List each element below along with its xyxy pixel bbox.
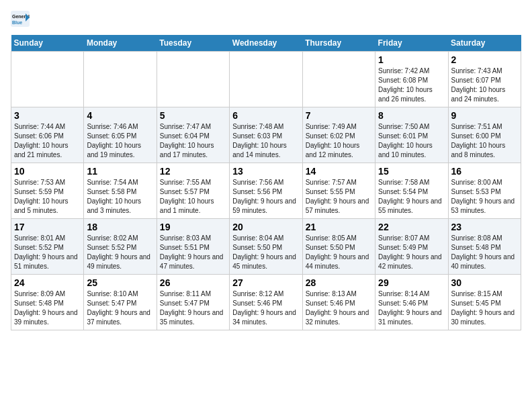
column-header-saturday: Saturday xyxy=(448,35,521,52)
day-number: 12 xyxy=(160,166,226,177)
calendar-cell: 22Sunrise: 8:07 AM Sunset: 5:49 PM Dayli… xyxy=(375,219,448,275)
day-info: Sunrise: 7:44 AM Sunset: 6:06 PM Dayligh… xyxy=(14,122,81,160)
day-info: Sunrise: 8:07 AM Sunset: 5:49 PM Dayligh… xyxy=(378,234,445,271)
day-info: Sunrise: 8:13 AM Sunset: 5:46 PM Dayligh… xyxy=(306,289,372,327)
day-info: Sunrise: 7:56 AM Sunset: 5:56 PM Dayligh… xyxy=(232,178,299,216)
calendar-cell: 30Sunrise: 8:15 AM Sunset: 5:45 PM Dayli… xyxy=(448,275,521,330)
day-number: 14 xyxy=(306,166,372,177)
day-number: 20 xyxy=(232,222,299,232)
day-number: 28 xyxy=(306,277,372,288)
day-number: 29 xyxy=(378,277,445,288)
day-info: Sunrise: 7:47 AM Sunset: 6:04 PM Dayligh… xyxy=(160,122,226,160)
calendar-week-3: 10Sunrise: 7:53 AM Sunset: 5:59 PM Dayli… xyxy=(11,163,521,219)
logo-icon: General Blue xyxy=(11,11,30,27)
svg-text:Blue: Blue xyxy=(12,20,22,25)
day-info: Sunrise: 7:46 AM Sunset: 6:05 PM Dayligh… xyxy=(87,122,153,160)
day-info: Sunrise: 8:00 AM Sunset: 5:53 PM Dayligh… xyxy=(451,178,518,216)
day-number: 21 xyxy=(306,222,372,232)
day-info: Sunrise: 8:08 AM Sunset: 5:48 PM Dayligh… xyxy=(451,234,518,271)
day-info: Sunrise: 8:12 AM Sunset: 5:46 PM Dayligh… xyxy=(232,289,299,327)
calendar-cell: 24Sunrise: 8:09 AM Sunset: 5:48 PM Dayli… xyxy=(11,275,84,330)
calendar-cell: 19Sunrise: 8:03 AM Sunset: 5:51 PM Dayli… xyxy=(157,219,229,275)
day-info: Sunrise: 7:50 AM Sunset: 6:01 PM Dayligh… xyxy=(378,122,445,160)
calendar-cell: 9Sunrise: 7:51 AM Sunset: 6:00 PM Daylig… xyxy=(448,107,521,163)
day-info: Sunrise: 8:01 AM Sunset: 5:52 PM Dayligh… xyxy=(14,234,81,271)
day-number: 27 xyxy=(232,277,299,288)
day-info: Sunrise: 7:55 AM Sunset: 5:57 PM Dayligh… xyxy=(160,178,226,216)
calendar-cell: 17Sunrise: 8:01 AM Sunset: 5:52 PM Dayli… xyxy=(11,219,84,275)
column-header-tuesday: Tuesday xyxy=(157,35,229,52)
day-number: 18 xyxy=(87,222,153,232)
calendar-cell: 29Sunrise: 8:14 AM Sunset: 5:46 PM Dayli… xyxy=(375,275,448,330)
day-info: Sunrise: 8:03 AM Sunset: 5:51 PM Dayligh… xyxy=(160,234,226,271)
calendar-cell: 14Sunrise: 7:57 AM Sunset: 5:55 PM Dayli… xyxy=(302,163,375,219)
day-info: Sunrise: 8:11 AM Sunset: 5:47 PM Dayligh… xyxy=(160,289,226,327)
day-number: 3 xyxy=(14,110,81,121)
day-number: 24 xyxy=(14,277,81,288)
day-number: 22 xyxy=(378,222,445,232)
calendar-cell: 3Sunrise: 7:44 AM Sunset: 6:06 PM Daylig… xyxy=(11,107,84,163)
day-number: 17 xyxy=(14,222,81,232)
column-header-thursday: Thursday xyxy=(302,35,375,52)
day-number: 11 xyxy=(87,166,153,177)
column-header-friday: Friday xyxy=(375,35,448,52)
calendar-cell: 23Sunrise: 8:08 AM Sunset: 5:48 PM Dayli… xyxy=(448,219,521,275)
calendar-week-1: 1Sunrise: 7:42 AM Sunset: 6:08 PM Daylig… xyxy=(11,52,521,107)
calendar-cell: 13Sunrise: 7:56 AM Sunset: 5:56 PM Dayli… xyxy=(230,163,302,219)
day-number: 26 xyxy=(160,277,226,288)
calendar-table: SundayMondayTuesdayWednesdayThursdayFrid… xyxy=(11,35,521,330)
day-info: Sunrise: 8:10 AM Sunset: 5:47 PM Dayligh… xyxy=(87,289,153,327)
calendar-cell: 20Sunrise: 8:04 AM Sunset: 5:50 PM Dayli… xyxy=(230,219,302,275)
calendar-cell: 10Sunrise: 7:53 AM Sunset: 5:59 PM Dayli… xyxy=(11,163,84,219)
calendar-cell: 16Sunrise: 8:00 AM Sunset: 5:53 PM Dayli… xyxy=(448,163,521,219)
day-info: Sunrise: 8:14 AM Sunset: 5:46 PM Dayligh… xyxy=(378,289,445,327)
day-number: 5 xyxy=(160,110,226,121)
calendar-cell xyxy=(84,52,157,107)
calendar-cell: 4Sunrise: 7:46 AM Sunset: 6:05 PM Daylig… xyxy=(84,107,157,163)
calendar-header: SundayMondayTuesdayWednesdayThursdayFrid… xyxy=(11,35,521,52)
calendar-cell: 18Sunrise: 8:02 AM Sunset: 5:52 PM Dayli… xyxy=(84,219,157,275)
calendar-cell: 1Sunrise: 7:42 AM Sunset: 6:08 PM Daylig… xyxy=(375,52,448,107)
day-info: Sunrise: 7:48 AM Sunset: 6:03 PM Dayligh… xyxy=(232,122,299,160)
day-number: 19 xyxy=(160,222,226,232)
day-info: Sunrise: 8:04 AM Sunset: 5:50 PM Dayligh… xyxy=(232,234,299,271)
day-number: 7 xyxy=(306,110,372,121)
calendar-cell: 8Sunrise: 7:50 AM Sunset: 6:01 PM Daylig… xyxy=(375,107,448,163)
calendar-cell: 28Sunrise: 8:13 AM Sunset: 5:46 PM Dayli… xyxy=(302,275,375,330)
day-number: 8 xyxy=(378,110,445,121)
calendar-cell: 11Sunrise: 7:54 AM Sunset: 5:58 PM Dayli… xyxy=(84,163,157,219)
calendar-cell xyxy=(230,52,302,107)
calendar-cell: 27Sunrise: 8:12 AM Sunset: 5:46 PM Dayli… xyxy=(230,275,302,330)
day-info: Sunrise: 7:58 AM Sunset: 5:54 PM Dayligh… xyxy=(378,178,445,216)
calendar-cell: 12Sunrise: 7:55 AM Sunset: 5:57 PM Dayli… xyxy=(157,163,229,219)
day-number: 13 xyxy=(232,166,299,177)
day-number: 10 xyxy=(14,166,81,177)
column-header-monday: Monday xyxy=(84,35,157,52)
calendar-cell: 2Sunrise: 7:43 AM Sunset: 6:07 PM Daylig… xyxy=(448,52,521,107)
day-info: Sunrise: 8:02 AM Sunset: 5:52 PM Dayligh… xyxy=(87,234,153,271)
day-number: 23 xyxy=(451,222,518,232)
day-number: 6 xyxy=(232,110,299,121)
calendar-cell: 15Sunrise: 7:58 AM Sunset: 5:54 PM Dayli… xyxy=(375,163,448,219)
day-number: 30 xyxy=(451,277,518,288)
calendar-cell: 7Sunrise: 7:49 AM Sunset: 6:02 PM Daylig… xyxy=(302,107,375,163)
day-number: 4 xyxy=(87,110,153,121)
day-info: Sunrise: 8:15 AM Sunset: 5:45 PM Dayligh… xyxy=(451,289,518,327)
calendar-week-5: 24Sunrise: 8:09 AM Sunset: 5:48 PM Dayli… xyxy=(11,275,521,330)
day-info: Sunrise: 7:43 AM Sunset: 6:07 PM Dayligh… xyxy=(451,66,518,104)
day-info: Sunrise: 7:49 AM Sunset: 6:02 PM Dayligh… xyxy=(306,122,372,160)
day-info: Sunrise: 7:53 AM Sunset: 5:59 PM Dayligh… xyxy=(14,178,81,216)
day-number: 15 xyxy=(378,166,445,177)
column-header-sunday: Sunday xyxy=(11,35,84,52)
column-header-wednesday: Wednesday xyxy=(230,35,302,52)
calendar-week-4: 17Sunrise: 8:01 AM Sunset: 5:52 PM Dayli… xyxy=(11,219,521,275)
day-number: 1 xyxy=(378,54,445,65)
day-number: 9 xyxy=(451,110,518,121)
calendar-cell: 5Sunrise: 7:47 AM Sunset: 6:04 PM Daylig… xyxy=(157,107,229,163)
day-number: 25 xyxy=(87,277,153,288)
calendar-week-2: 3Sunrise: 7:44 AM Sunset: 6:06 PM Daylig… xyxy=(11,107,521,163)
day-info: Sunrise: 8:05 AM Sunset: 5:50 PM Dayligh… xyxy=(306,234,372,271)
page-header: General Blue xyxy=(11,11,521,30)
day-info: Sunrise: 7:42 AM Sunset: 6:08 PM Dayligh… xyxy=(378,66,445,104)
day-number: 2 xyxy=(451,54,518,65)
